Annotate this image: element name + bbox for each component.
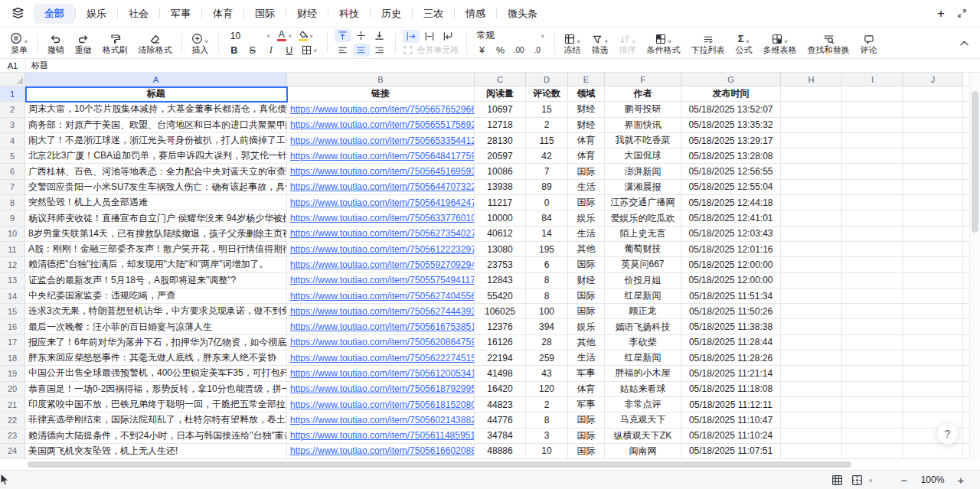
grid-cell[interactable]: 05/18/2025 12:44:18: [681, 195, 781, 210]
grid-cell[interactable]: 10086: [475, 164, 526, 179]
grid-cell[interactable]: [903, 133, 963, 148]
grid-cell[interactable]: 2: [526, 118, 568, 133]
tab-国际[interactable]: 国际: [244, 4, 286, 24]
grid-cell[interactable]: 财经: [568, 118, 605, 133]
grid-cell[interactable]: [842, 350, 903, 366]
grid-cell[interactable]: https://www.toutiao.com/item/75056021438…: [287, 412, 475, 428]
grid-cell[interactable]: [781, 148, 842, 164]
grid-cell[interactable]: 44823: [475, 397, 526, 412]
text-wrap-button[interactable]: [439, 30, 456, 43]
row-header-7[interactable]: 7: [0, 180, 25, 195]
row-header-5[interactable]: 5: [0, 148, 25, 164]
horizontal-scrollbar-thumb[interactable]: [28, 461, 851, 468]
grid-cell[interactable]: 05/18/2025 12:00:00: [681, 273, 781, 289]
grid-cell[interactable]: 16126: [475, 335, 526, 350]
grid-cell[interactable]: 鹏哥投研: [605, 102, 681, 117]
grid-cell[interactable]: 23753: [475, 257, 526, 272]
add-tab-button[interactable]: +: [929, 4, 952, 24]
grid-cell[interactable]: https://www.toutiao.com/item/75056447073…: [287, 180, 475, 195]
grid-cell[interactable]: 12843: [475, 273, 526, 289]
dropdown-list-button[interactable]: 下拉列表: [686, 29, 730, 57]
grid-cell[interactable]: [903, 195, 963, 210]
grid-cell[interactable]: [781, 304, 842, 319]
grid-cell[interactable]: 美国两飞机突发坠毁，机上无人生还!: [25, 444, 287, 459]
percent-format-button[interactable]: %: [492, 44, 509, 57]
grid-cell[interactable]: 其他: [568, 335, 605, 350]
grid-cell[interactable]: [781, 86, 842, 102]
grid-cell[interactable]: https://www.toutiao.com/item/75056114859…: [287, 429, 475, 444]
grid-cell[interactable]: [781, 180, 842, 195]
grid-cell[interactable]: 国际: [568, 429, 605, 444]
font-color-button[interactable]: A∨: [275, 29, 295, 42]
grid-cell[interactable]: https://www.toutiao.com/item/75056451695…: [287, 164, 475, 179]
grid-cell[interactable]: 84: [526, 210, 568, 226]
grid-cell[interactable]: [903, 444, 963, 459]
redo-button[interactable]: 重做: [70, 29, 97, 57]
grid-cell[interactable]: [903, 227, 963, 242]
grid-cell[interactable]: [842, 86, 903, 102]
grid-cell[interactable]: 05/18/2025 11:10:47: [681, 412, 781, 428]
grid-cell[interactable]: [842, 242, 903, 257]
grid-cell[interactable]: 阅读量: [475, 86, 526, 102]
grid-cell[interactable]: [903, 273, 963, 289]
grid-cell[interactable]: [842, 148, 903, 164]
grid-cell[interactable]: 中央纪委国家监委：违规吃喝，严查: [25, 289, 287, 304]
grid-cell[interactable]: 100: [526, 304, 568, 319]
grid-cell[interactable]: 突然坠毁！机上人员全部遇难: [25, 195, 287, 210]
grid-cell[interactable]: 赖清德向大陆提条件，不到24小时，日本与韩国接连给"台独"重击: [25, 429, 287, 444]
currency-format-button[interactable]: ¥: [474, 44, 491, 57]
row-header-10[interactable]: 10: [0, 227, 25, 242]
grid-cell[interactable]: 商务部：对原产于美国、欧盟、台湾地区和日本的进口共聚聚甲醛征收反倾销税: [25, 118, 287, 133]
grid-cell[interactable]: 16420: [475, 382, 526, 397]
fill-color-button[interactable]: ∨: [296, 29, 316, 42]
grid-cell[interactable]: [842, 304, 903, 319]
grid-cell[interactable]: 05/18/2025 11:38:38: [681, 319, 781, 334]
grid-cell[interactable]: 22194: [475, 350, 526, 366]
grid-cell[interactable]: 05/18/2025 11:51:34: [681, 289, 781, 304]
grid-cell[interactable]: [842, 195, 903, 210]
grid-cell[interactable]: [903, 304, 963, 319]
grid-cell[interactable]: 8: [526, 412, 568, 428]
grid-cell[interactable]: 连求3次无果，特朗普想登机访华，中方要求兑现承诺，做不到免谈: [25, 304, 287, 319]
merge-cells-button[interactable]: 合并单元格: [403, 44, 459, 56]
align-center-button[interactable]: [353, 44, 370, 57]
tab-全部[interactable]: 全部: [34, 4, 75, 24]
tab-科技[interactable]: 科技: [328, 4, 370, 24]
grid-cell[interactable]: 杨议拜师变收徒！直播宣布自立门户 侯耀华没来 94岁杨少华被拉上台: [25, 210, 287, 226]
grid-cell[interactable]: https://www.toutiao.com/item/75056166020…: [287, 444, 475, 459]
column-header-F[interactable]: F: [605, 73, 681, 86]
grid-cell[interactable]: [781, 164, 842, 179]
row-header-6[interactable]: 6: [0, 164, 25, 179]
grid-cell[interactable]: 28: [526, 335, 568, 350]
grid-cell[interactable]: [903, 319, 963, 334]
grid-cell[interactable]: 发布时间: [681, 86, 781, 102]
format-painter-button[interactable]: 格式刷: [97, 29, 133, 57]
grid-cell[interactable]: [781, 102, 842, 117]
row-header-11[interactable]: 11: [0, 242, 25, 257]
grid-cell[interactable]: [781, 319, 842, 334]
grid-cell[interactable]: https://www.toutiao.com/item/75056208647…: [287, 335, 475, 350]
grid-cell[interactable]: [842, 366, 903, 381]
grid-cell[interactable]: 胖东来回应柴怒怒事件：其毫无做人底线，胖东来人绝不妥协: [25, 350, 287, 366]
decrease-decimal-button[interactable]: .0: [529, 44, 546, 57]
grid-cell[interactable]: 国际: [568, 444, 605, 459]
grid-cell[interactable]: 国际: [568, 412, 605, 428]
grid-cell[interactable]: 葡萄财技: [605, 242, 681, 257]
grid-cell[interactable]: https://www.toutiao.com/item/75056222745…: [287, 350, 475, 366]
row-header-12[interactable]: 12: [0, 257, 25, 272]
grid-cell[interactable]: 55420: [475, 289, 526, 304]
column-header-E[interactable]: E: [568, 73, 605, 86]
column-header-G[interactable]: G: [681, 73, 781, 86]
grid-cell[interactable]: 军事: [568, 366, 605, 381]
grid-cell[interactable]: 8: [526, 289, 568, 304]
grid-cell[interactable]: https://www.toutiao.com/item/75056274443…: [287, 304, 475, 319]
grid-cell[interactable]: 05/18/2025 11:28:44: [681, 335, 781, 350]
grid-cell[interactable]: 10: [526, 444, 568, 459]
grid-cell[interactable]: 生活: [568, 227, 605, 242]
tab-三农[interactable]: 三农: [413, 4, 454, 24]
grid-cell[interactable]: [903, 397, 963, 412]
grid-cell[interactable]: 报应来了！6年前对华为落井下石，扣押华为7亿物资，如今彻底垮台: [25, 335, 287, 350]
grid-cell[interactable]: 14: [526, 227, 568, 242]
grid-cell[interactable]: [903, 86, 963, 102]
grid-cell[interactable]: 娱乐: [568, 319, 605, 334]
